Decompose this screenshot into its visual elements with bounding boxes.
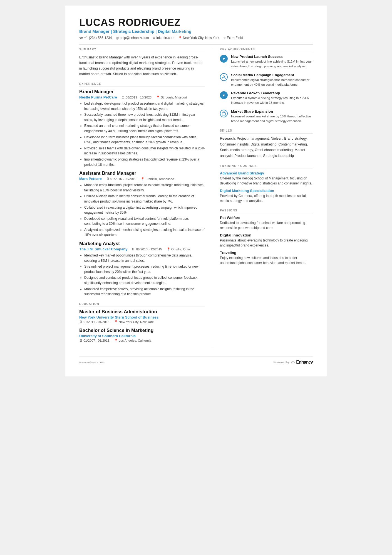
bullet: Developed compelling visual and textual … — [84, 216, 205, 226]
edu-dates-1: 🗓 01/2011 - 01/2013 — [79, 320, 110, 324]
achievement-item-4: Market Share Expansion Increased overall… — [220, 109, 313, 124]
passion-item-2: Digital Innovation Passionate about leve… — [220, 233, 313, 248]
bullet: Analyzed and optimized merchandising str… — [84, 227, 205, 238]
achievement-desc-1: Launched a new product line achieving $1… — [231, 59, 313, 69]
footer-website: www.enhancv.com — [79, 361, 105, 364]
job-meta-3: The J.M. Smucker Company 🗓 06/2013 - 12/… — [79, 247, 205, 251]
achievement-item-2: Social Media Campaign Engagement Impleme… — [220, 73, 313, 87]
training-item-2: Digital Marketing Specialization Provide… — [220, 189, 313, 203]
bullet: Successfully launched three new product … — [84, 112, 205, 122]
degree-1: Master of Business Administration — [79, 309, 205, 315]
training-desc-1: Offered by the Kellogg School of Managem… — [220, 176, 313, 186]
candidate-name: LUCAS RODRIGUEZ — [79, 17, 313, 28]
bullet: Collaborated in executing a digital-firs… — [84, 205, 205, 215]
achievement-item-3: ♥ Revenue Growth Leadership Executed a d… — [220, 91, 313, 105]
edu-item-1: Master of Business Administration New Yo… — [79, 309, 205, 324]
training-title: TRAINING / COURSES — [220, 164, 313, 169]
achievement-desc-4: Increased overall market share by 15% th… — [231, 114, 313, 124]
job-item: Brand Manager Nestlé Purina PetCare 🗓 06… — [79, 89, 205, 167]
job-title-3: Marketing Analyst — [79, 241, 205, 246]
bullet: Managed cross-functional project teams t… — [84, 182, 205, 193]
education-section: EDUCATION Master of Business Administrat… — [79, 302, 205, 342]
passion-name-2: Digital Innovation — [220, 233, 313, 237]
bullet: Utilized Nielsen data to identify consum… — [84, 194, 205, 204]
job-location-3: 📍 Orrville, Ohio — [167, 247, 190, 251]
calendar-icon: 🗓 — [79, 339, 83, 342]
footer-logo-icon: ∞ — [291, 359, 294, 365]
bullet: Implemented dynamic pricing strategies t… — [84, 157, 205, 167]
achievement-content-4: Market Share Expansion Increased overall… — [231, 109, 313, 124]
company-1: Nestlé Purina PetCare — [79, 95, 117, 99]
link-icon: ⌀ — [153, 36, 155, 40]
edu-item-2: Bachelor of Science in Marketing Univers… — [79, 328, 205, 342]
job-dates-2: 🗓 01/2016 - 05/2019 — [106, 177, 136, 181]
location-icon: 📍 — [178, 36, 182, 40]
achievement-icon-4 — [220, 110, 228, 117]
achievement-desc-3: Executed a dynamic pricing strategy resu… — [231, 96, 313, 105]
achievement-icon-2 — [220, 73, 228, 81]
training-section: TRAINING / COURSES Advanced Brand Strate… — [220, 164, 313, 203]
passion-name-3: Traveling — [220, 251, 313, 255]
achievements-title: KEY ACHIEVEMENTS — [220, 48, 313, 52]
footer-logo-text: Enhancv — [296, 360, 313, 365]
contact-phone: ☎ +1-(234)-555-1234 — [79, 36, 112, 40]
passion-item-1: Pet Welfare Dedicated to advocating for … — [220, 216, 313, 230]
pin-icon: 📍 — [114, 339, 118, 342]
achievement-content-3: Revenue Growth Leadership Executed a dyn… — [231, 91, 313, 105]
passion-desc-2: Passionate about leveraging technology t… — [220, 238, 313, 248]
passion-desc-3: Enjoy exploring new cultures and industr… — [220, 255, 313, 265]
edu-location-2: 📍 Los Angeles, California — [114, 339, 152, 342]
job-meta-1: Nestlé Purina PetCare 🗓 06/2019 - 10/202… — [79, 95, 205, 99]
calendar-icon: 🗓 — [106, 177, 110, 181]
pin-icon-3: 📍 — [167, 247, 170, 251]
job-dates-3: 🗓 06/2013 - 12/2015 — [132, 248, 162, 251]
right-column: KEY ACHIEVEMENTS ♥ New Product Launch Su… — [213, 48, 313, 348]
training-item-1: Advanced Brand Strategy Offered by the K… — [220, 171, 313, 186]
experience-title: EXPERIENCE — [79, 82, 205, 87]
job-location-2: 📍 Franklin, Tennessee — [141, 177, 174, 181]
summary-section: SUMMARY Enthusiastic Brand Manager with … — [79, 48, 205, 77]
bullet: Streamlined project management processes… — [84, 264, 205, 274]
phone-icon: ☎ — [79, 36, 83, 40]
bullet: Developed long-term business plans throu… — [84, 135, 205, 145]
training-course-1: Advanced Brand Strategy — [220, 171, 313, 175]
job-bullets-2: Managed cross-functional project teams t… — [79, 182, 205, 238]
achievement-title-2: Social Media Campaign Engagement — [231, 73, 313, 77]
job-dates-1: 🗓 06/2019 - 10/2023 — [121, 96, 152, 99]
company-3: The J.M. Smucker Company — [79, 247, 127, 251]
achievement-icon-1: ♥ — [220, 55, 228, 63]
degree-2: Bachelor of Science in Marketing — [79, 328, 205, 333]
passion-desc-1: Dedicated to advocating for animal welfa… — [220, 220, 313, 230]
edu-meta-2: 🗓 01/2007 - 01/2011 📍 Los Angeles, Calif… — [79, 339, 205, 342]
candidate-title: Brand Manager | Strategic Leadership | D… — [79, 29, 313, 34]
skills-text: Research, Project management, Nielsen, B… — [220, 136, 313, 159]
contact-email: @ help@enhancv.com — [116, 36, 149, 40]
training-course-2: Digital Marketing Specialization — [220, 189, 313, 193]
bullet: Executed an omni-channel marketing strat… — [84, 123, 205, 134]
bullet: Led strategic development of product ass… — [84, 101, 205, 111]
achievement-desc-2: Implemented digital strategies that incr… — [231, 78, 313, 87]
svg-rect-1 — [222, 113, 225, 115]
main-columns: SUMMARY Enthusiastic Brand Manager with … — [79, 48, 313, 348]
achievement-title-4: Market Share Expansion — [231, 109, 313, 114]
achievement-content-1: New Product Launch Success Launched a ne… — [231, 55, 313, 69]
job-meta-2: Mars Petcare 🗓 01/2016 - 05/2019 📍 Frank… — [79, 177, 205, 181]
star-icon: ☆ — [223, 36, 226, 40]
school-1: New York University Stern School of Busi… — [79, 315, 205, 319]
job-location-1: 📍 St. Louis, Missouri — [156, 95, 187, 99]
footer: www.enhancv.com Powered by ∞ Enhancv — [79, 356, 313, 365]
training-desc-2: Provided by Coursera, offering in-depth … — [220, 193, 313, 203]
left-column: SUMMARY Enthusiastic Brand Manager with … — [79, 48, 205, 348]
achievement-item-1: ♥ New Product Launch Success Launched a … — [220, 55, 313, 69]
achievement-title-1: New Product Launch Success — [231, 55, 313, 59]
calendar-icon: 🗓 — [79, 320, 83, 324]
edu-meta-1: 🗓 01/2011 - 01/2013 📍 New York City, New… — [79, 320, 205, 324]
summary-title: SUMMARY — [79, 48, 205, 52]
achievement-icon-3: ♥ — [220, 91, 228, 99]
bullet: Identified key market opportunities thro… — [84, 253, 205, 263]
resume-page: // dots generated inline below LUCAS ROD… — [65, 6, 327, 376]
skills-section: SKILLS Research, Project management, Nie… — [220, 129, 313, 159]
job-bullets-1: Led strategic development of product ass… — [79, 101, 205, 167]
contact-linkedin: ⌀ linkedin.com — [153, 36, 174, 40]
summary-text: Enthusiastic Brand Manager with over 4 y… — [79, 55, 205, 77]
